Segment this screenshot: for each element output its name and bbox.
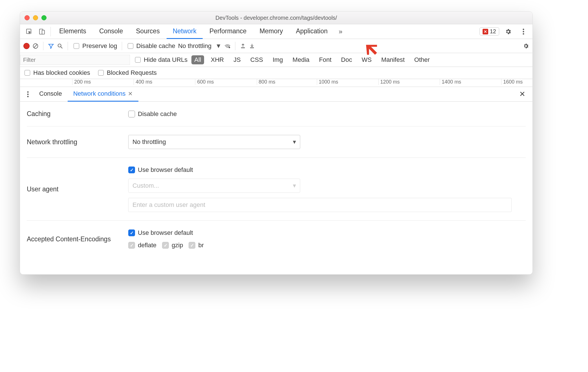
- timeline-tick: 1400 ms: [440, 79, 461, 85]
- nc-enc-br: br: [189, 242, 204, 249]
- nc-enc-gzip-label: gzip: [172, 242, 183, 249]
- filter-type-css[interactable]: CSS: [247, 55, 266, 64]
- svg-point-10: [229, 47, 230, 48]
- drawer-tab-network-conditions[interactable]: Network conditions ✕: [68, 87, 138, 102]
- drawer-more-icon[interactable]: [22, 89, 34, 100]
- svg-line-9: [61, 47, 63, 48]
- nc-throttling-select[interactable]: No throttling ▾: [128, 135, 300, 149]
- nc-disable-cache-checkbox[interactable]: Disable cache: [128, 110, 526, 118]
- filter-type-ws[interactable]: WS: [359, 55, 374, 64]
- tab-sources[interactable]: Sources: [130, 24, 166, 39]
- blocked-requests-label: Blocked Requests: [107, 69, 157, 76]
- timeline-tick: 600 ms: [195, 79, 214, 85]
- more-tabs-icon[interactable]: »: [334, 26, 347, 37]
- timeline-tick: 1000 ms: [317, 79, 338, 85]
- filter-type-xhr[interactable]: XHR: [208, 55, 227, 64]
- kebab-menu-icon[interactable]: [517, 26, 530, 37]
- has-blocked-cookies-checkbox[interactable]: Has blocked cookies: [23, 69, 90, 76]
- drawer-close-icon[interactable]: ✕: [517, 89, 528, 100]
- settings-icon[interactable]: [502, 26, 514, 37]
- drawer-tab-label: Network conditions: [73, 90, 126, 97]
- timeline-tick: 1200 ms: [378, 79, 400, 85]
- chevron-down-icon: ▼: [215, 42, 222, 50]
- svg-line-7: [34, 44, 37, 47]
- network-options-row: Has blocked cookies Blocked Requests: [20, 67, 532, 79]
- nc-ua-preset-select: Custom... ▾: [128, 179, 300, 193]
- import-har-icon[interactable]: [240, 43, 246, 49]
- clear-icon[interactable]: [32, 43, 39, 49]
- disable-cache-checkbox[interactable]: Disable cache: [127, 42, 175, 50]
- filter-type-all[interactable]: All: [191, 55, 204, 64]
- panel-settings-icon[interactable]: [523, 43, 529, 49]
- filter-type-media[interactable]: Media: [290, 55, 312, 64]
- search-icon[interactable]: [57, 43, 63, 49]
- drawer-tab-console[interactable]: Console: [34, 87, 68, 102]
- nc-ua-use-default-checkbox[interactable]: Use browser default: [128, 166, 526, 174]
- select-element-icon[interactable]: [23, 26, 35, 37]
- tab-performance[interactable]: Performance: [203, 24, 253, 39]
- throttling-select[interactable]: No throttling ▼: [178, 42, 222, 50]
- nc-ua-use-default-label: Use browser default: [138, 166, 193, 174]
- nc-content-encodings-label: Accepted Content-Encodings: [27, 235, 123, 243]
- filter-input[interactable]: [20, 55, 130, 65]
- drawer-tab-strip: Console Network conditions ✕ ✕: [20, 87, 532, 102]
- filter-type-js[interactable]: JS: [231, 55, 244, 64]
- svg-point-15: [27, 96, 29, 97]
- throttling-value: No throttling: [178, 42, 212, 50]
- nc-enc-use-default-checkbox[interactable]: Use browser default: [128, 229, 526, 237]
- nc-enc-br-label: br: [198, 242, 204, 249]
- svg-rect-11: [241, 47, 245, 48]
- nc-caching-label: Caching: [27, 110, 123, 118]
- nc-throttling-value: No throttling: [132, 138, 166, 146]
- export-har-icon[interactable]: [249, 43, 255, 49]
- timeline-tick: 400 ms: [134, 79, 152, 85]
- tab-elements[interactable]: Elements: [53, 24, 92, 39]
- filter-type-manifest[interactable]: Manifest: [378, 55, 407, 64]
- nc-ua-preset-placeholder: Custom...: [132, 182, 159, 189]
- error-count-badge[interactable]: ✕ 12: [479, 27, 499, 36]
- record-button[interactable]: [23, 43, 30, 49]
- timeline-tick: 800 ms: [257, 79, 275, 85]
- chevron-down-icon: ▾: [293, 138, 296, 146]
- nc-disable-cache-label: Disable cache: [138, 110, 177, 118]
- svg-rect-12: [250, 47, 254, 48]
- nc-caching-row: Caching Disable cache: [27, 102, 526, 126]
- nc-throttling-label: Network throttling: [27, 138, 123, 146]
- nc-ua-custom-input: Enter a custom user agent: [128, 198, 512, 212]
- close-tab-icon[interactable]: ✕: [128, 90, 133, 97]
- nc-throttling-row: Network throttling No throttling ▾: [27, 126, 526, 158]
- timeline-tick: 200 ms: [72, 79, 91, 85]
- tab-application[interactable]: Application: [290, 24, 334, 39]
- filter-type-doc[interactable]: Doc: [338, 55, 355, 64]
- nc-enc-deflate: deflate: [128, 242, 156, 249]
- device-toolbar-icon[interactable]: [36, 26, 48, 37]
- tab-network[interactable]: Network: [167, 24, 203, 39]
- svg-point-4: [523, 31, 524, 32]
- nc-content-encodings-row: Accepted Content-Encodings Use browser d…: [27, 221, 526, 257]
- svg-point-5: [523, 33, 524, 34]
- tab-console[interactable]: Console: [93, 24, 129, 39]
- error-count: 12: [490, 28, 496, 35]
- network-conditions-icon[interactable]: [224, 43, 231, 49]
- filter-type-font[interactable]: Font: [316, 55, 334, 64]
- has-blocked-cookies-label: Has blocked cookies: [33, 69, 90, 76]
- network-conditions-panel: Caching Disable cache Network throttling…: [20, 102, 532, 274]
- network-filter-bar: Hide data URLs All XHR JS CSS Img Media …: [20, 53, 532, 67]
- filter-type-img[interactable]: Img: [270, 55, 286, 64]
- network-overview-timeline[interactable]: 200 ms 400 ms 600 ms 800 ms 1000 ms 1200…: [20, 79, 532, 87]
- network-toolbar: Preserve log Disable cache No throttling…: [20, 39, 532, 53]
- chevron-down-icon: ▾: [293, 182, 296, 189]
- disable-cache-label: Disable cache: [136, 42, 175, 50]
- filter-type-other[interactable]: Other: [412, 55, 433, 64]
- filter-icon[interactable]: [48, 43, 54, 49]
- window-titlebar: DevTools - developer.chrome.com/tags/dev…: [20, 12, 532, 24]
- blocked-requests-checkbox[interactable]: Blocked Requests: [97, 69, 157, 76]
- window-title: DevTools - developer.chrome.com/tags/dev…: [20, 15, 532, 21]
- preserve-log-checkbox[interactable]: Preserve log: [72, 42, 117, 50]
- divider: [50, 27, 51, 36]
- tab-memory[interactable]: Memory: [253, 24, 289, 39]
- nc-enc-deflate-label: deflate: [138, 242, 156, 249]
- svg-rect-2: [42, 30, 45, 34]
- hide-data-urls-checkbox[interactable]: Hide data URLs: [134, 56, 187, 64]
- devtools-window: DevTools - developer.chrome.com/tags/dev…: [20, 11, 533, 275]
